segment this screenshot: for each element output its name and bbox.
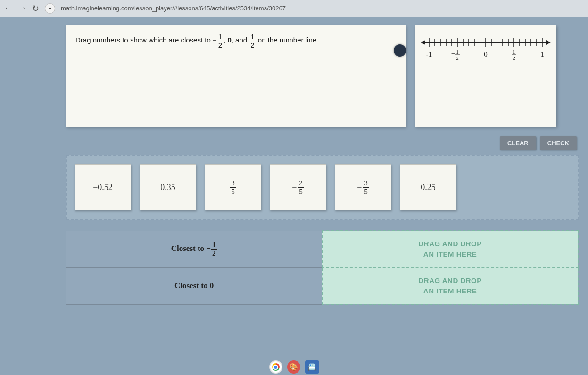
svg-marker-2 [546,40,551,45]
svg-text:2: 2 [513,55,515,61]
svg-marker-1 [421,40,425,45]
svg-text:−: − [451,50,455,57]
instruction-card: Drag numbers to show which are closest t… [66,25,406,127]
address-url[interactable]: math.imaginelearning.com/lesson_player/#… [61,5,286,12]
svg-text:0: 0 [484,50,488,58]
browser-toolbar: ← → ↻ ÷ math.imaginelearning.com/lesson_… [0,0,588,17]
site-icon: ÷ [45,3,55,14]
svg-text:1: 1 [540,50,544,58]
app-icon-red[interactable]: 🎨 [287,360,300,374]
chrome-icon[interactable] [269,360,282,374]
reload-icon[interactable]: ↻ [32,3,39,14]
instruction-text: Drag numbers to show which are closest t… [75,36,318,44]
tile-neg-0-52[interactable]: −0.52 [75,164,131,210]
drop-zone-zero[interactable]: DRAG AND DROPAN ITEM HERE [322,267,578,304]
tile-3-5[interactable]: 35 [205,164,261,210]
drop-label-neg-half: Closest to −12 [66,231,323,267]
number-line-card: -1 0 1 − 1 2 1 2 [415,25,556,127]
app-icon-blue[interactable]: 📇 [305,360,319,374]
svg-text:1: 1 [513,49,515,55]
draggable-source-tray: −0.52 0.35 35 −25 −35 0.25 [66,155,579,220]
check-button[interactable]: CHECK [540,136,577,150]
tile-0-35[interactable]: 0.35 [140,164,196,210]
drop-target-table: Closest to −12 DRAG AND DROPAN ITEM HERE… [66,230,579,305]
tile-0-25[interactable]: 0.25 [400,164,456,210]
number-line-svg: -1 0 1 − 1 2 1 2 [420,33,552,66]
svg-text:1: 1 [456,49,459,55]
drop-zone-neg-half[interactable]: DRAG AND DROPAN ITEM HERE [322,231,578,267]
svg-text:2: 2 [456,55,459,61]
svg-text:-1: -1 [426,50,432,58]
clear-button[interactable]: CLEAR [500,136,536,150]
audio-play-button[interactable] [394,44,406,57]
taskbar: 🎨 📇 [0,359,588,375]
back-icon[interactable]: ← [4,3,12,13]
forward-icon[interactable]: → [18,3,26,13]
tile-neg-2-5[interactable]: −25 [270,164,326,210]
tile-neg-3-5[interactable]: −35 [335,164,391,210]
drop-label-zero: Closest to 0 [66,267,323,304]
